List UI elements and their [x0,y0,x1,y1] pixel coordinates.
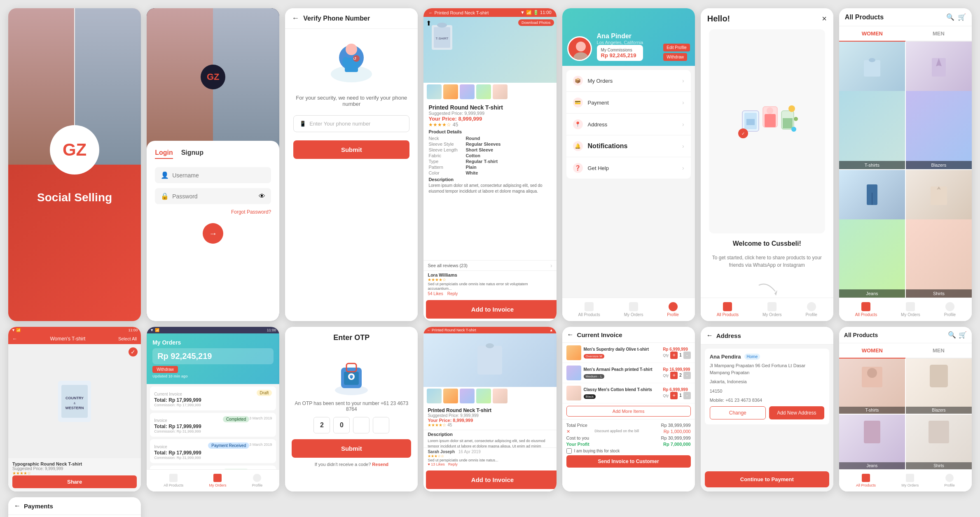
forgot-password-link[interactable]: Forgot Password? [155,209,271,215]
cart-icon-2[interactable]: 🛒 [959,331,967,339]
search-icon-2[interactable]: 🔍 [948,331,956,339]
nav-all-products[interactable]: All Products [855,302,877,317]
nav-profile[interactable]: Profile [252,474,263,487]
address-postcode: 14150 [710,388,824,395]
close-button[interactable]: × [822,14,827,23]
back-button[interactable]: ← [292,14,299,23]
menu-notifications[interactable]: 🔔 Notifications › [566,135,691,157]
svg-rect-33 [931,186,947,205]
share-button[interactable]: Share [12,475,137,488]
product-card-blazers[interactable]: Blazers [906,42,972,169]
tab-women[interactable]: WOMEN [839,26,905,42]
product-name: Printed Round Neck T-shirt [428,104,551,111]
nav-my-orders[interactable]: My Orders [901,302,920,317]
hello-illustration: ✓ [709,29,825,233]
change-address-button[interactable]: Change [710,406,766,419]
eye-icon[interactable]: 👁 [259,193,265,200]
help-icon: ❓ [573,163,583,173]
username-field[interactable]: 👤 [155,167,271,183]
nav-all-products[interactable]: All Products [717,302,739,317]
invoice-2[interactable]: Invoice 3 March 2019 Payment Received To… [150,439,276,463]
prod2-jeans[interactable]: Jeans [839,415,905,470]
product-card-jeans[interactable]: Jeans [839,170,905,298]
nav-my-orders-2[interactable]: My Orders [901,474,919,487]
share-icon[interactable]: ⬆ [426,19,431,27]
invoice-3[interactable]: Invoice 3 March 2019 Completed Total: Rp… [150,466,276,469]
payment-icon: 💳 [573,98,583,107]
back-icon[interactable]: ← [14,502,21,510]
prod2-shirts[interactable]: Shirts [906,415,972,470]
nav-my-orders[interactable]: My Orders [762,302,782,317]
product-card-tshirts[interactable]: T-shirts [839,42,905,169]
address-actions: Change Add New Address [710,406,824,419]
resend-link[interactable]: Resend [372,462,388,467]
prod2-blazers[interactable]: Blazers [906,359,972,414]
profile-icon [253,474,261,482]
product-image-area: ✓ COUNTRY & WESTERN [8,344,141,458]
add-to-invoice-button-2[interactable]: Add to Invoice [426,470,556,489]
qty-plus-1[interactable]: + [670,352,678,359]
phone-input-field[interactable]: 📱 Enter Your phone number [293,115,409,132]
menu-address[interactable]: 📍 Address › [566,114,691,135]
svg-point-26 [791,127,796,132]
invoice-1[interactable]: Invoice 3 March 2019 Completed Total: Rp… [150,413,276,437]
stock-checkbox[interactable] [566,448,572,454]
cart-icon[interactable]: 🛒 [958,13,966,21]
nav-all-products[interactable]: All Products [578,302,600,317]
select-checkbox[interactable]: ✓ [129,347,138,356]
nav-profile-2[interactable]: Profile [944,474,955,487]
reviews-chevron[interactable]: › [550,262,552,269]
otp-digit-4[interactable] [373,417,389,433]
otp-digit-1[interactable]: 2 [313,417,330,433]
username-input[interactable] [172,172,265,179]
menu-get-help[interactable]: ❓ Get Help › [566,157,691,179]
otp-submit-button[interactable]: Submit [292,439,411,458]
product-card-shirts[interactable]: Shirts [906,170,972,298]
qty-plus-2[interactable]: + [670,372,678,379]
add-new-address-button[interactable]: Add New Address [769,406,824,419]
search-icon[interactable]: 🔍 [946,13,954,21]
password-input[interactable] [172,193,255,200]
add-to-invoice-button[interactable]: Add to Invoice [426,300,556,319]
menu-payment[interactable]: 💳 Payment › [566,92,691,114]
back-icon[interactable]: ← [706,332,713,339]
tab-men[interactable]: MEN [905,26,972,42]
nav-my-orders[interactable]: My Orders [209,474,226,487]
login-submit-button[interactable]: → [203,223,223,244]
qty-plus-3[interactable]: + [670,392,678,399]
nav-all-products[interactable]: All Products [164,474,183,487]
withdraw-button[interactable]: Withdraw [152,366,178,373]
send-invoice-button[interactable]: Send Invoice to Customer [566,455,691,468]
continue-to-payment-button[interactable]: Continue to Payment [705,471,829,487]
back-icon[interactable]: ← [567,331,574,338]
see-all-reviews[interactable]: See all reviews (23) [428,263,468,268]
download-photos-button[interactable]: Download Photos [518,19,554,26]
login-tab[interactable]: Login [155,149,173,159]
password-field[interactable]: 🔒 👁 [155,188,271,204]
add-more-items-button[interactable]: Add More Items [566,406,691,417]
qty-minus-1[interactable]: - [683,352,691,359]
otp-digit-2[interactable]: 0 [333,417,350,433]
withdraw-button[interactable]: Withdraw [663,53,687,61]
nav-profile[interactable]: Profile [667,302,678,317]
nav-all-products-2[interactable]: All Products [856,474,876,487]
qty-minus-3[interactable]: - [683,392,691,399]
back-icon[interactable]: ← [12,336,17,342]
edit-profile-button[interactable]: Edit Profile [663,44,690,51]
prod2-tshirts[interactable]: T-shirts [839,359,905,414]
tab-men-2[interactable]: MEN [905,343,972,359]
qty-minus-2[interactable]: - [683,372,691,379]
submit-button[interactable]: Submit [293,140,409,159]
likes-1[interactable]: 54 Likes [428,291,443,296]
current-invoice-item[interactable]: Current Invoice Draft Total: Rp 17,999,9… [150,387,276,410]
select-all-button[interactable]: Select All [118,336,137,341]
nav-profile[interactable]: Profile [806,302,817,317]
product-thumbnails [423,83,556,101]
reply-1[interactable]: Reply [447,291,458,296]
menu-my-orders[interactable]: 📦 My Orders › [566,70,691,92]
signup-tab[interactable]: Signup [181,149,203,159]
nav-my-orders[interactable]: My Orders [624,302,643,317]
otp-digit-3[interactable] [353,417,370,433]
nav-profile[interactable]: Profile [944,302,956,317]
tab-women-2[interactable]: WOMEN [839,343,905,359]
